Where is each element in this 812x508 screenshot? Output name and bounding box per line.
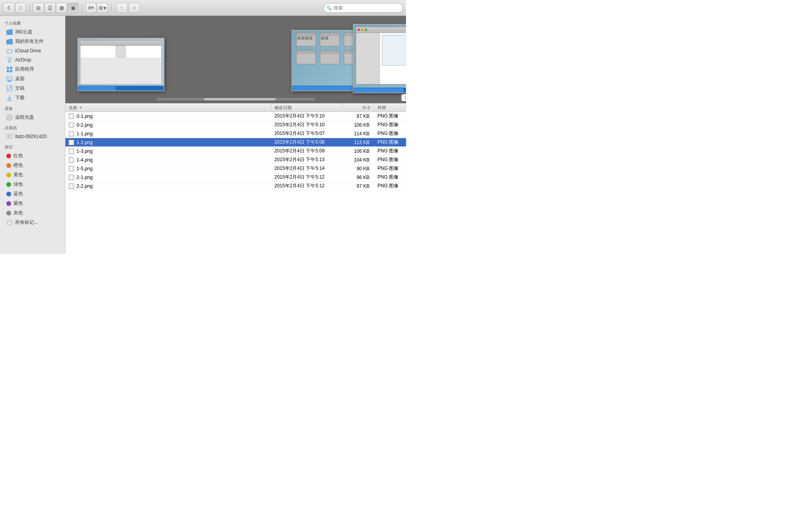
file-row[interactable]: 1-1.png2015年2月4日 下午5:07114 KBPNG 图像 — [65, 129, 406, 138]
file-type-icon — [69, 114, 74, 119]
sidebar-item-all-files[interactable]: 我的所有文件 — [2, 37, 63, 46]
svg-rect-1 — [7, 67, 9, 69]
sidebar-item-desktop[interactable]: 桌面 — [2, 74, 63, 83]
sidebar-item-downloads[interactable]: 下载 — [2, 93, 63, 102]
sidebar-item-label: 桌面 — [15, 75, 25, 82]
devices-section-title: 设备 — [0, 103, 65, 112]
sidebar-item-tag-blue[interactable]: 蓝色 — [2, 189, 63, 198]
file-cell-name: 2-2.png — [65, 183, 271, 189]
sidebar-item-360cloud[interactable]: 360云盘 — [2, 27, 63, 37]
col-header-date[interactable]: 修改日期 — [271, 104, 343, 112]
disc-icon — [6, 114, 13, 121]
separator-1 — [29, 4, 30, 12]
file-type-icon — [69, 183, 74, 189]
file-date-label: 2015年2月4日 下午5:12 — [271, 174, 343, 181]
file-type-label: PNG 图像 — [374, 113, 406, 119]
sidebar-item-lbdz[interactable]: lbdz-09281420 — [2, 132, 63, 141]
column-view-button[interactable]: ▦ — [56, 3, 67, 13]
file-size-label: 114 KB — [343, 131, 374, 137]
action-button[interactable]: ⚙▾ — [97, 3, 108, 13]
sidebar-item-remote-disc[interactable]: 远程光盘 — [2, 113, 63, 122]
file-date-label: 2015年2月4日 下午5:10 — [271, 113, 343, 119]
col-header-size[interactable]: 大小 — [343, 104, 374, 112]
sort-arrow: ▼ — [79, 106, 82, 110]
sidebar-item-all-tags[interactable]: 所有标记... — [2, 218, 63, 227]
back-button[interactable] — [3, 3, 14, 13]
file-name-label: 1-1.png — [77, 131, 93, 137]
file-cell-name: 1-1.png — [65, 131, 271, 137]
svg-point-12 — [7, 115, 12, 120]
file-list-area[interactable]: 名称 ▼ 修改日期 大小 种类 0-1.png2015年2月4日 下午5:109… — [65, 103, 406, 254]
file-type-label: PNG 图像 — [374, 183, 406, 189]
file-row[interactable]: 2-1.png2015年2月4日 下午5:1296 KBPNG 图像 — [65, 173, 406, 182]
share-button[interactable]: ↑ — [116, 3, 127, 13]
apps-icon — [6, 66, 13, 73]
file-size-label: 96 KB — [343, 175, 374, 180]
file-name-label: 0-2.png — [77, 122, 93, 128]
arrange-button[interactable]: ⊞▾ — [85, 3, 96, 13]
file-date-label: 2015年2月4日 下午5:09 — [271, 148, 343, 154]
sidebar-item-apps[interactable]: 应用程序 — [2, 65, 63, 74]
orange-tag-dot — [6, 163, 11, 168]
shared-section-title: 共享的 — [0, 122, 65, 132]
file-row[interactable]: 2-2.png2015年2月4日 下午5:1297 KBPNG 图像 — [65, 182, 406, 190]
sidebar-item-airdrop[interactable]: AirDrop — [2, 56, 63, 64]
file-type-label: PNG 图像 — [374, 148, 406, 154]
sidebar-item-label: 灰色 — [13, 210, 23, 216]
svg-rect-8 — [8, 81, 11, 82]
svg-point-0 — [8, 60, 11, 62]
preview-scrollbar-thumb[interactable] — [204, 98, 276, 100]
tag-button[interactable]: ○ — [129, 3, 140, 13]
search-input[interactable] — [324, 3, 403, 13]
svg-rect-6 — [6, 76, 13, 81]
sidebar-item-docs[interactable]: 文稿 — [2, 84, 63, 93]
file-row[interactable]: 1-5.png2015年2月4日 下午5:1490 KBPNG 图像 — [65, 164, 406, 173]
cover-view-button[interactable]: ▣ — [67, 3, 79, 13]
sidebar-item-tag-red[interactable]: 红色 — [2, 151, 63, 160]
file-cell-name: 1-2.png — [65, 140, 271, 145]
sidebar-item-label: 绿色 — [13, 181, 23, 188]
sidebar-item-tag-orange[interactable]: 橙色 — [2, 161, 63, 170]
list-view-button[interactable]: ☰ — [44, 3, 56, 13]
sidebar-item-tag-green[interactable]: 绿色 — [2, 180, 63, 189]
file-row[interactable]: 1-3.png2015年2月4日 下午5:09106 KBPNG 图像 — [65, 147, 406, 156]
icon-view-button[interactable]: ⊞ — [33, 3, 44, 13]
file-name-label: 1-5.png — [77, 166, 93, 171]
sidebar-item-label: 橙色 — [13, 162, 23, 169]
nav-buttons — [3, 3, 26, 13]
file-type-icon — [69, 166, 74, 171]
sidebar-item-label: 红色 — [13, 152, 23, 159]
sidebar-item-icloud[interactable]: iCloud Drive — [2, 46, 63, 55]
docs-icon — [6, 85, 13, 92]
file-row[interactable]: 1-4.png2015年2月4日 下午5:13104 KBPNG 图像 — [65, 156, 406, 164]
sidebar-item-tag-purple[interactable]: 紫色 — [2, 199, 63, 208]
toolbar: ⊞ ☰ ▦ ▣ ⊞▾ ⚙▾ ↑ ○ 🔍 — [0, 0, 406, 16]
sidebar-item-tag-gray[interactable]: 灰色 — [2, 208, 63, 217]
file-name-label: 1-4.png — [77, 157, 93, 163]
file-name-label: 2-1.png — [77, 175, 93, 180]
preview-scrollbar[interactable] — [65, 98, 406, 101]
file-type-label: PNG 图像 — [374, 156, 406, 163]
forward-button[interactable] — [15, 3, 26, 13]
file-type-label: PNG 图像 — [374, 165, 406, 172]
all-files-icon — [6, 38, 13, 45]
file-cell-name: 1-4.png — [65, 157, 271, 163]
blue-tag-dot — [6, 192, 11, 196]
sidebar-item-tag-yellow[interactable]: 黄色 — [2, 170, 63, 179]
file-date-label: 2015年2月4日 下午5:13 — [271, 156, 343, 163]
all-tags-icon — [6, 219, 13, 226]
sidebar-item-label: 紫色 — [13, 200, 23, 207]
file-row[interactable]: 0-1.png2015年2月4日 下午5:1097 KBPNG 图像 — [65, 112, 406, 121]
separator-2 — [82, 4, 82, 12]
file-size-label: 90 KB — [343, 166, 374, 171]
thumb-container-3[interactable] — [77, 38, 165, 91]
file-cell-name: 1-3.png — [65, 148, 271, 154]
svg-point-13 — [9, 117, 10, 118]
file-row[interactable]: 0-2.png2015年2月4日 下午5:10106 KBPNG 图像 — [65, 121, 406, 129]
thumbnail-3 — [77, 38, 165, 91]
col-header-name[interactable]: 名称 ▼ — [65, 104, 271, 112]
col-header-type[interactable]: 种类 — [374, 104, 406, 112]
yellow-tag-dot — [6, 173, 11, 177]
file-row[interactable]: 1-2.png2015年2月4日 下午5:08113 KBPNG 图像 — [65, 138, 406, 147]
thumb-container-selected[interactable]: 📄 1-2.p — [353, 24, 406, 93]
